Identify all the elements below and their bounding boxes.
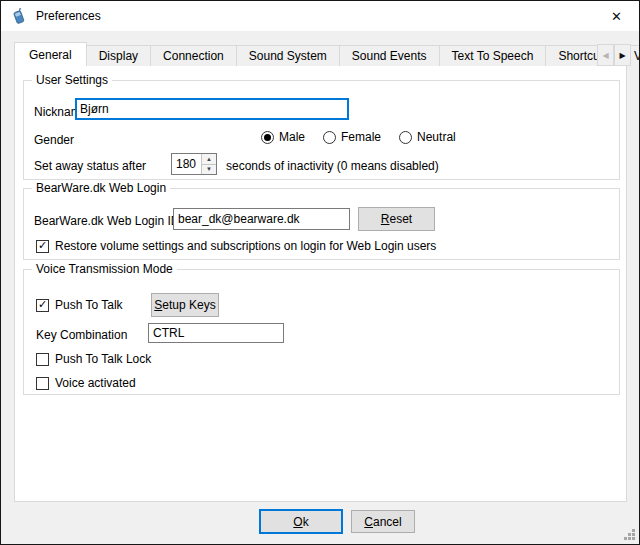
away-status-label: Set away status after: [34, 159, 146, 173]
voice-activated-label: Voice activated: [55, 376, 136, 390]
general-tab-pane: User Settings Nickname Gender Male Femal…: [14, 65, 627, 502]
radio-neutral-icon: [399, 131, 412, 144]
radio-neutral-label: Neutral: [417, 130, 456, 144]
away-seconds-value: 180: [172, 154, 201, 174]
radio-female-icon: [323, 131, 336, 144]
away-seconds-spinner[interactable]: 180 ▲ ▼: [171, 153, 217, 175]
gender-radio-male[interactable]: Male: [261, 130, 305, 144]
web-login-legend: BearWare.dk Web Login: [32, 181, 170, 195]
voice-transmission-group: Voice Transmission Mode ✓ Push To Talk S…: [23, 269, 620, 395]
setup-keys-button[interactable]: Setup Keys: [151, 293, 219, 317]
voice-activated-checkbox[interactable]: Voice activated: [36, 376, 136, 390]
voice-transmission-legend: Voice Transmission Mode: [32, 262, 177, 276]
push-to-talk-lock-label: Push To Talk Lock: [55, 352, 151, 366]
reset-button[interactable]: Reset: [358, 207, 435, 231]
web-login-id-label: BearWare.dk Web Login ID: [34, 214, 179, 228]
checkbox-checked-icon: ✓: [36, 240, 49, 253]
key-combination-label: Key Combination: [36, 328, 127, 342]
checkbox-unchecked-icon: [36, 353, 49, 366]
restore-volume-label: Restore volume settings and subscription…: [55, 239, 436, 253]
tab-text-to-speech[interactable]: Text To Speech: [439, 45, 547, 66]
preferences-dialog: Preferences ✕ General Display Connection…: [0, 0, 640, 545]
web-login-group: BearWare.dk Web Login BearWare.dk Web Lo…: [23, 188, 620, 260]
tab-sound-system[interactable]: Sound System: [236, 45, 340, 66]
spin-up-icon[interactable]: ▲: [202, 154, 216, 165]
tab-sound-events[interactable]: Sound Events: [339, 45, 440, 66]
radio-male-icon: [261, 131, 274, 144]
gender-radio-neutral[interactable]: Neutral: [399, 130, 456, 144]
tab-display[interactable]: Display: [86, 45, 151, 66]
user-settings-legend: User Settings: [32, 73, 112, 87]
tab-general[interactable]: General: [14, 42, 87, 66]
resize-grip-icon[interactable]: [623, 528, 636, 541]
checkbox-checked-icon: ✓: [36, 299, 49, 312]
teamtalk-app-icon: [10, 8, 27, 25]
tab-connection[interactable]: Connection: [150, 45, 237, 66]
cancel-button[interactable]: Cancel: [351, 510, 415, 533]
tab-scroll-right-icon[interactable]: ▶: [614, 44, 631, 66]
spinner-arrows: ▲ ▼: [201, 154, 216, 174]
radio-male-label: Male: [279, 130, 305, 144]
gender-radio-group: Male Female Neutral: [261, 130, 456, 144]
restore-volume-checkbox[interactable]: ✓ Restore volume settings and subscripti…: [36, 239, 436, 253]
radio-female-label: Female: [341, 130, 381, 144]
close-icon[interactable]: ✕: [594, 1, 639, 31]
spin-down-icon[interactable]: ▼: [202, 165, 216, 175]
nickname-input[interactable]: [75, 98, 349, 120]
tab-scroll-left-icon[interactable]: ◀: [597, 44, 614, 66]
push-to-talk-checkbox[interactable]: ✓ Push To Talk: [36, 298, 123, 312]
gender-radio-female[interactable]: Female: [323, 130, 381, 144]
web-login-id-input[interactable]: [173, 208, 350, 230]
preferences-tabbar: General Display Connection Sound System …: [14, 42, 625, 66]
push-to-talk-label: Push To Talk: [55, 298, 123, 312]
away-status-suffix: seconds of inactivity (0 means disabled): [226, 159, 439, 173]
tab-scrollers: ◀ ▶: [597, 44, 631, 66]
window-title: Preferences: [36, 9, 101, 23]
key-combination-input[interactable]: [148, 323, 284, 343]
push-to-talk-lock-checkbox[interactable]: Push To Talk Lock: [36, 352, 151, 366]
gender-label: Gender: [34, 133, 74, 147]
ok-button[interactable]: Ok: [259, 509, 343, 534]
checkbox-unchecked-icon: [36, 377, 49, 390]
title-bar: Preferences ✕: [1, 1, 639, 31]
user-settings-group: User Settings Nickname Gender Male Femal…: [23, 80, 620, 180]
